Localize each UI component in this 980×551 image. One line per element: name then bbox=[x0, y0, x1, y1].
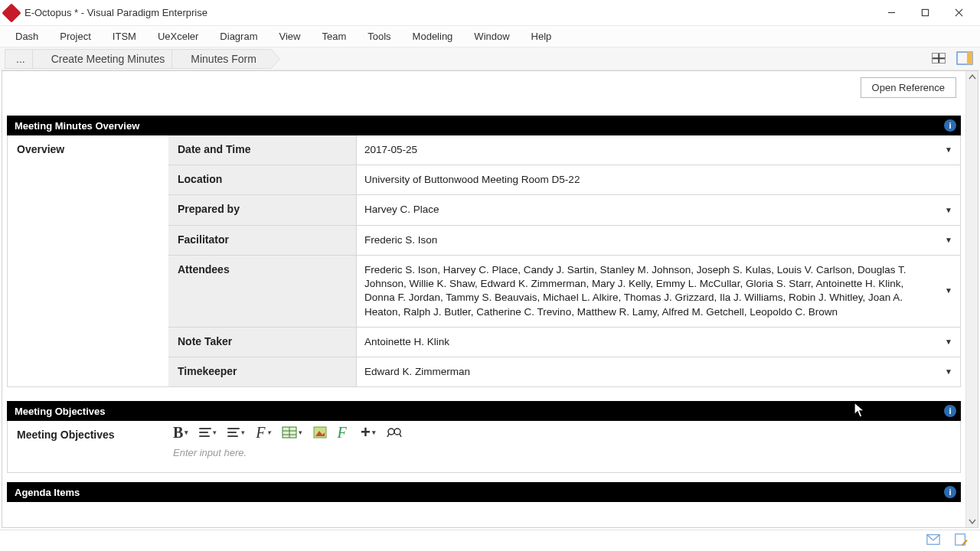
menu-tools[interactable]: Tools bbox=[368, 31, 390, 42]
bold-button[interactable]: B▾ bbox=[172, 423, 190, 442]
menu-uexceler[interactable]: UeXceler bbox=[158, 31, 198, 42]
toolbar-view-icon[interactable] bbox=[929, 50, 948, 67]
row-note-taker: Note Taker Antoinette H. Klink ▼ bbox=[168, 328, 960, 357]
row-prepared-by: Prepared by Harvey C. Place ▼ bbox=[168, 195, 960, 225]
row-attendees: Attendees Frederic S. Ison, Harvey C. Pl… bbox=[168, 256, 960, 328]
svg-rect-1 bbox=[922, 9, 928, 15]
find-button[interactable] bbox=[385, 423, 403, 442]
section-info-icon[interactable]: i bbox=[944, 405, 956, 417]
window-close-button[interactable] bbox=[942, 2, 975, 24]
dropdown-icon[interactable]: ▼ bbox=[945, 235, 952, 246]
row-facilitator: Facilitator Frederic S. Ison ▼ bbox=[168, 226, 960, 256]
menu-window[interactable]: Window bbox=[474, 31, 509, 42]
value-facilitator: Frederic S. Ison bbox=[364, 234, 437, 246]
menu-bar: Dash Project ITSM UeXceler Diagram View … bbox=[0, 26, 980, 47]
label-date-time: Date and Time bbox=[168, 135, 357, 165]
svg-point-13 bbox=[394, 429, 400, 435]
label-timekeeper: Timekeeper bbox=[168, 357, 357, 386]
mouse-cursor-icon bbox=[852, 401, 867, 419]
toolbar-panel-icon[interactable] bbox=[956, 50, 974, 67]
row-location: Location University of Buttonwood Meetin… bbox=[168, 165, 960, 195]
section-info-icon[interactable]: i bbox=[944, 486, 956, 498]
window-titlebar: E-Octopus * - Visual Paradigm Enterprise bbox=[0, 0, 980, 26]
value-date-time: 2017-05-25 bbox=[364, 144, 417, 155]
font-button[interactable]: F▾ bbox=[254, 423, 272, 442]
section-header-objectives[interactable]: Meeting Objectives i bbox=[7, 401, 961, 421]
menu-help[interactable]: Help bbox=[531, 31, 552, 42]
align-button[interactable]: ▾ bbox=[198, 423, 218, 442]
section-info-icon[interactable]: i bbox=[944, 119, 956, 132]
dropdown-icon[interactable]: ▼ bbox=[945, 337, 952, 347]
field-prepared-by[interactable]: Harvey C. Place ▼ bbox=[357, 195, 960, 224]
vertical-scrollbar[interactable] bbox=[965, 71, 978, 527]
field-location[interactable]: University of Buttonwood Meeting Room D5… bbox=[357, 165, 960, 194]
value-note-taker: Antoinette H. Klink bbox=[364, 336, 449, 347]
field-attendees[interactable]: Frederic S. Ison, Harvey C. Place, Candy… bbox=[357, 256, 960, 327]
dropdown-icon[interactable]: ▼ bbox=[945, 205, 952, 216]
dropdown-icon[interactable]: ▼ bbox=[945, 286, 952, 297]
field-note-taker[interactable]: Antoinette H. Klink ▼ bbox=[357, 328, 960, 357]
dropdown-icon[interactable]: ▼ bbox=[945, 367, 952, 377]
list-button[interactable]: ▾ bbox=[226, 423, 247, 442]
section-header-objectives-label: Meeting Objectives bbox=[15, 406, 105, 417]
label-note-taker: Note Taker bbox=[168, 328, 357, 357]
window-maximize-button[interactable] bbox=[908, 2, 942, 24]
value-attendees: Frederic S. Ison, Harvey C. Place, Candy… bbox=[364, 264, 906, 318]
scroll-down-icon[interactable] bbox=[966, 515, 978, 527]
value-location: University of Buttonwood Meeting Room D5… bbox=[364, 174, 580, 185]
clear-format-button[interactable]: F. bbox=[336, 423, 351, 442]
app-logo-icon bbox=[5, 6, 18, 20]
editor-toolbar: B▾ ▾ ▾ F▾ ▾ F. +▾ bbox=[168, 421, 960, 444]
field-facilitator[interactable]: Frederic S. Ison ▼ bbox=[357, 226, 960, 255]
objectives-placeholder: Enter input here. bbox=[168, 444, 960, 461]
row-date-time: Date and Time 2017-05-25 ▼ bbox=[168, 135, 960, 165]
overview-side-label: Overview bbox=[8, 135, 168, 386]
svg-rect-5 bbox=[967, 52, 972, 64]
breadcrumb-minutes-form[interactable]: Minutes Form bbox=[172, 49, 271, 69]
window-minimize-button[interactable] bbox=[874, 2, 908, 24]
label-attendees: Attendees bbox=[168, 256, 357, 327]
table-insert-button[interactable]: ▾ bbox=[280, 423, 304, 442]
dropdown-icon[interactable]: ▼ bbox=[945, 145, 952, 155]
section-header-overview[interactable]: Meeting Minutes Overview i bbox=[7, 116, 961, 135]
field-timekeeper[interactable]: Edward K. Zimmerman ▼ bbox=[357, 357, 960, 386]
image-insert-button[interactable] bbox=[312, 423, 328, 442]
window-title: E-Octopus * - Visual Paradigm Enterprise bbox=[24, 7, 874, 18]
value-timekeeper: Edward K. Zimmerman bbox=[364, 366, 470, 377]
add-button[interactable]: +▾ bbox=[359, 423, 377, 442]
objectives-side-label: Meeting Objectives bbox=[8, 421, 168, 472]
menu-diagram[interactable]: Diagram bbox=[220, 31, 257, 42]
breadcrumb-create-meeting-minutes[interactable]: Create Meeting Minutes bbox=[32, 49, 180, 69]
label-location: Location bbox=[168, 165, 357, 194]
menu-modeling[interactable]: Modeling bbox=[413, 31, 453, 42]
scroll-up-icon[interactable] bbox=[966, 71, 978, 83]
menu-project[interactable]: Project bbox=[60, 31, 90, 42]
value-prepared-by: Harvey C. Place bbox=[364, 204, 439, 215]
menu-itsm[interactable]: ITSM bbox=[113, 31, 136, 42]
svg-line-15 bbox=[400, 434, 401, 437]
menu-team[interactable]: Team bbox=[322, 31, 346, 42]
menu-dash[interactable]: Dash bbox=[15, 31, 38, 42]
edit-note-icon[interactable] bbox=[954, 533, 968, 549]
row-timekeeper: Timekeeper Edward K. Zimmerman ▼ bbox=[168, 357, 960, 386]
main-content: Open Reference Meeting Minutes Overview … bbox=[2, 70, 978, 528]
open-reference-button[interactable]: Open Reference bbox=[861, 77, 956, 98]
label-prepared-by: Prepared by bbox=[168, 195, 357, 224]
status-bar bbox=[0, 530, 980, 551]
section-header-overview-label: Meeting Minutes Overview bbox=[15, 120, 139, 132]
mail-icon[interactable] bbox=[926, 533, 940, 549]
svg-line-14 bbox=[387, 434, 389, 437]
menu-view[interactable]: View bbox=[279, 31, 300, 42]
field-date-time[interactable]: 2017-05-25 ▼ bbox=[357, 135, 960, 165]
breadcrumb-bar: ... Create Meeting Minutes Minutes Form bbox=[0, 47, 980, 70]
objectives-editor[interactable]: B▾ ▾ ▾ F▾ ▾ F. +▾ bbox=[168, 421, 960, 472]
svg-point-12 bbox=[388, 429, 394, 435]
section-header-agenda[interactable]: Agenda Items i bbox=[7, 482, 961, 502]
section-header-agenda-label: Agenda Items bbox=[15, 487, 80, 498]
label-facilitator: Facilitator bbox=[168, 226, 357, 255]
